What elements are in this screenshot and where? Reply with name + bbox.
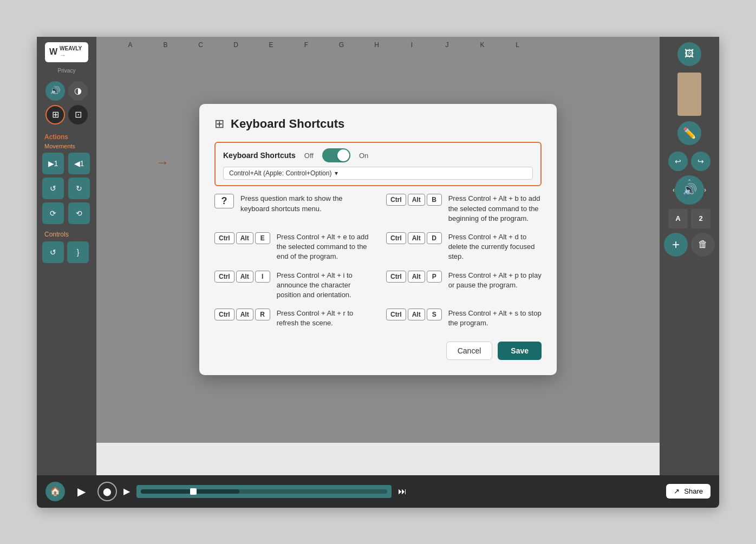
bt-stop-icon[interactable]: ⬤ [97,482,117,501]
toggle-row: Keyboard Shortcuts Off On [223,148,533,162]
grid-icon-btn[interactable]: ⊡ [68,105,88,124]
key-alt-s: Alt [408,309,425,320]
turn-left-btn[interactable]: ↺ [42,178,64,199]
key-e: E [255,232,270,244]
rp-up-arrow-icon: ‸ [688,173,690,181]
rp-edit-icon[interactable]: ✏️ [677,121,701,145]
key-combo-e: Ctrl Alt E [214,232,270,244]
bt-thumb [190,488,197,495]
shortcut-desc-i: Press Control + Alt + i to announce the … [277,271,370,300]
key-combo-b: Ctrl Alt B [386,194,442,206]
rp-nav-icon: 🔊 [682,183,697,197]
rp-nav-circle[interactable]: 🔊 ‹ › ‸ [675,175,704,205]
rp-right-arrow-icon: › [704,186,706,194]
key-ctrl-r: Ctrl [214,309,234,320]
shortcut-item-question: ? Press question mark to show the keyboa… [214,194,370,224]
shortcut-desc-b: Press Control + Alt + b to add the selec… [448,194,542,224]
key-r: R [255,309,270,320]
rotate-cw-btn[interactable]: ⟳ [42,202,64,224]
shortcuts-grid: ? Press question mark to show the keyboa… [214,194,542,328]
bt-step-icon[interactable]: ▶ [123,486,130,496]
logo-w: W [49,47,57,57]
key-combo-s: Ctrl Alt S [386,309,442,320]
toggle-on-label: On [359,152,368,160]
modal-overlay: ⊞ Keyboard Shortcuts Keyboard Shortcuts … [96,37,660,443]
toggle-section: Keyboard Shortcuts Off On Control+Alt (A… [214,142,542,186]
key-i: I [255,271,270,283]
audio-icon-btn[interactable]: 🔊 [45,81,65,101]
key-ctrl-i: Ctrl [214,271,234,283]
keyboard-shortcut-icon-btn[interactable]: ⊞ [45,105,65,124]
bt-home-icon[interactable]: 🏠 [45,482,65,501]
modifier-value: Control+Alt (Apple: Control+Option) [229,169,331,177]
key-ctrl-e: Ctrl [214,232,234,244]
logo-arrow-icon: → [60,51,82,59]
shortcut-item-r: Ctrl Alt R Press Control + Alt + r to re… [214,309,370,328]
shortcut-item-p: Ctrl Alt P Press Control + Alt + p to pl… [386,271,542,300]
bottom-toolbar: 🏠 ▶ ⬤ ▶ ⏭ ↗ Share [37,475,719,508]
bt-track [141,489,387,494]
logo[interactable]: W WEAVLY → [45,42,88,62]
sidebar-top-icons: 🔊 ◑ [45,81,88,101]
share-button[interactable]: ↗ Share [666,484,711,499]
rp-2-btn[interactable]: 2 [691,209,711,228]
rp-a-btn[interactable]: A [668,209,688,228]
move-forward-btn[interactable]: ▶1 [42,153,64,174]
rp-undo-redo-row: ↩ ↪ [668,152,711,171]
rp-add-del-row: + 🗑 [664,233,715,257]
shortcut-desc-p: Press Control + Alt + p to play or pause… [448,271,542,290]
key-ctrl-d: Ctrl [386,232,406,244]
modifier-chevron-icon: ▾ [335,169,338,177]
turn-right-btn[interactable]: ↻ [68,178,90,199]
shortcut-desc-e: Press Control + Alt + e to add the selec… [277,232,370,262]
movement-icons: ▶1 ◀1 ↺ ↻ ⟳ ⟲ [37,153,96,224]
rp-undo-icon[interactable]: ↩ [668,152,688,171]
bt-fastforward-icon[interactable]: ⏭ [398,487,407,496]
bt-play-icon[interactable]: ▶ [71,482,91,501]
privacy-link[interactable]: Privacy [58,68,76,74]
modal-title-icon: ⊞ [214,117,224,131]
shortcut-item-e: Ctrl Alt E Press Control + Alt + e to ad… [214,232,370,262]
rotate-ccw-btn[interactable]: ⟲ [68,202,90,224]
contrast-icon-btn[interactable]: ◑ [68,81,88,101]
sidebar-mid-icons: ⊞ ⊡ [45,105,88,124]
rp-letter-num-row: A 2 [668,209,711,228]
rp-left-arrow-icon: ‹ [673,186,675,194]
keyboard-shortcut-toggle[interactable] [322,148,350,162]
modifier-select[interactable]: Control+Alt (Apple: Control+Option) ▾ [223,167,533,180]
right-panel: 🖼 ✏️ ↩ ↪ 🔊 ‹ › ‸ A 2 + 🗑 [660,37,719,475]
modal-footer: Cancel Save [214,342,542,360]
key-alt-d: Alt [408,232,425,244]
key-d: D [427,232,442,244]
rp-add-button[interactable]: + [664,233,688,257]
rp-redo-icon[interactable]: ↪ [691,152,711,171]
rp-delete-button[interactable]: 🗑 [691,233,715,257]
key-alt-e: Alt [236,232,253,244]
key-s: S [427,309,442,320]
save-button[interactable]: Save [498,342,542,360]
key-b: B [427,194,442,206]
rp-image-icon[interactable]: 🖼 [677,42,701,66]
key-ctrl-p: Ctrl [386,271,406,283]
bt-progress-bar[interactable] [136,485,392,498]
key-alt-r: Alt [236,309,253,320]
grid-area: A B C D E F G H I J K L → ⊞ Keyb [96,37,660,475]
logo-text: WEAVLY [60,45,82,51]
key-combo-p: Ctrl Alt P [386,271,442,283]
app-container: W WEAVLY → Privacy 🔊 ◑ ⊞ ⊡ Actions Movem… [37,37,719,508]
shortcut-item-i: Ctrl Alt I Press Control + Alt + i to an… [214,271,370,300]
loop-btn[interactable]: ↺ [42,241,64,263]
key-ctrl-s: Ctrl [386,309,406,320]
shortcut-desc-d: Press Control + Alt + d to delete the cu… [448,232,542,262]
move-backward-btn[interactable]: ◀1 [68,153,90,174]
key-alt-i: Alt [236,271,253,283]
share-label: Share [684,487,703,495]
key-alt-p: Alt [408,271,425,283]
shortcut-desc-r: Press Control + Alt + r to refresh the s… [277,309,370,328]
cancel-button[interactable]: Cancel [446,342,493,360]
key-ctrl-b: Ctrl [386,194,406,206]
bracket-btn[interactable]: } [67,241,89,263]
shortcut-item-s: Ctrl Alt S Press Control + Alt + s to st… [386,309,542,328]
rp-scene-preview [677,73,701,116]
left-sidebar: W WEAVLY → Privacy 🔊 ◑ ⊞ ⊡ Actions Movem… [37,37,96,475]
